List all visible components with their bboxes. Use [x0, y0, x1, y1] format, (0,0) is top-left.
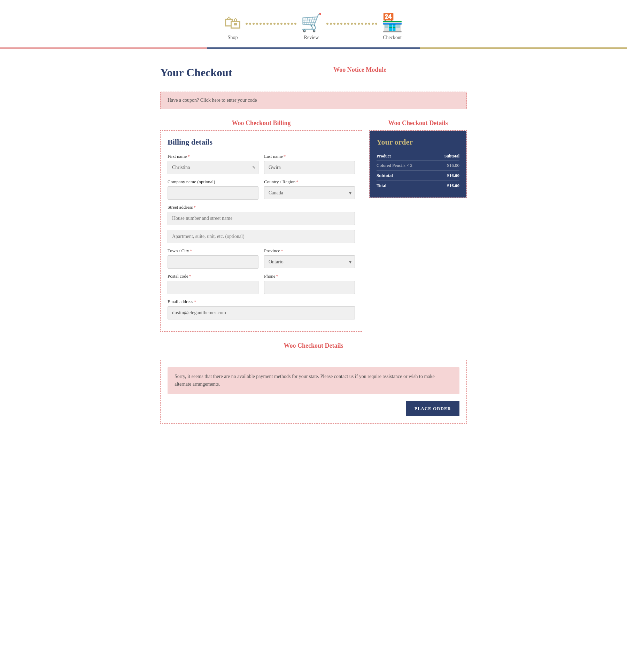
postal-phone-row: Postal code* Phone* [168, 273, 355, 294]
checkout-icon: 🏪 [381, 14, 403, 31]
first-name-input-wrapper: ✎ [168, 161, 258, 174]
postal-group: Postal code* [168, 273, 258, 294]
color-bar-segment-3 [420, 47, 627, 49]
province-label: Province* [264, 248, 355, 254]
place-order-row: PLACE ORDER [168, 401, 459, 416]
place-order-button[interactable]: PLACE ORDER [406, 401, 459, 416]
billing-module-header: Woo Checkout Billing [160, 119, 362, 127]
town-label: Town / City* [168, 248, 258, 254]
name-row: First name* ✎ Last name* [168, 154, 355, 174]
first-name-label: First name* [168, 154, 258, 159]
step-checkout-label: Checkout [383, 35, 402, 40]
country-select[interactable]: Canada [264, 186, 355, 199]
last-name-input[interactable] [264, 161, 355, 174]
postal-label: Postal code* [168, 273, 258, 279]
subtotal-row: Subtotal $16.00 [377, 171, 459, 181]
color-bar-segment-2 [207, 47, 420, 49]
subtotal-col-header: Subtotal [435, 152, 460, 161]
checkout-columns: Billing details First name* ✎ Last name* [160, 130, 467, 332]
last-name-group: Last name* [264, 154, 355, 174]
email-input[interactable] [168, 306, 355, 319]
apt-group [168, 230, 355, 243]
order-section: Your order Product Subtotal Colored Penc… [369, 130, 467, 198]
bottom-section: Sorry, it seems that there are no availa… [160, 360, 467, 424]
town-province-row: Town / City* Province* Ontario [168, 248, 355, 269]
shop-icon: 🛍 [224, 14, 241, 31]
country-group: Country / Region* Canada [264, 179, 355, 200]
step-checkout: 🏪 Checkout [381, 14, 403, 40]
email-label: Email address* [168, 299, 355, 304]
order-module-header: Woo Checkout Details [369, 119, 467, 127]
company-country-row: Company name (optional) Country / Region… [168, 179, 355, 200]
country-label: Country / Region* [264, 179, 355, 185]
company-group: Company name (optional) [168, 179, 258, 200]
total-value-cell: $16.00 [435, 181, 460, 191]
coupon-notice[interactable]: Have a coupon? Click here to enter your … [160, 92, 467, 109]
edit-icon: ✎ [252, 165, 256, 170]
product-name-cell: Colored Pencils × 2 [377, 161, 435, 171]
table-row: Colored Pencils × 2 $16.00 [377, 161, 459, 171]
phone-input[interactable] [264, 281, 355, 294]
town-group: Town / City* [168, 248, 258, 269]
order-title: Your order [377, 138, 459, 147]
payment-notice: Sorry, it seems that there are no availa… [168, 367, 459, 394]
email-group: Email address* [168, 299, 355, 319]
town-input[interactable] [168, 255, 258, 269]
first-name-input[interactable] [168, 161, 258, 174]
step-shop-label: Shop [228, 35, 238, 40]
apt-row [168, 230, 355, 243]
notice-module-header: Woo Notice Module [253, 66, 467, 74]
billing-section: Billing details First name* ✎ Last name* [160, 130, 362, 332]
bottom-module-header: Woo Checkout Details [160, 342, 467, 349]
color-bar-segment-1 [0, 47, 207, 49]
postal-input[interactable] [168, 281, 258, 294]
dots-2 [322, 23, 381, 25]
province-group: Province* Ontario [264, 248, 355, 269]
province-select-wrapper: Ontario [264, 255, 355, 268]
company-input[interactable] [168, 186, 258, 200]
color-bar [0, 47, 627, 49]
review-icon: 🛒 [301, 14, 322, 31]
step-review-label: Review [304, 35, 319, 40]
street-input[interactable] [168, 212, 355, 225]
total-label-cell: Total [377, 181, 435, 191]
last-name-label: Last name* [264, 154, 355, 159]
main-content: Your Checkout Woo Notice Module Have a c… [146, 59, 481, 445]
billing-title: Billing details [168, 138, 355, 147]
phone-group: Phone* [264, 273, 355, 294]
street-row: Street address* [168, 204, 355, 225]
step-review: 🛒 Review [301, 14, 322, 40]
total-row: Total $16.00 [377, 181, 459, 191]
order-box: Your order Product Subtotal Colored Penc… [370, 131, 466, 198]
first-name-group: First name* ✎ [168, 154, 258, 174]
apt-input[interactable] [168, 230, 355, 243]
phone-label: Phone* [264, 273, 355, 279]
product-col-header: Product [377, 152, 435, 161]
subtotal-label-cell: Subtotal [377, 171, 435, 181]
email-row: Email address* [168, 299, 355, 319]
street-group: Street address* [168, 204, 355, 225]
dots-1 [241, 23, 301, 25]
province-select[interactable]: Ontario [264, 255, 355, 268]
payment-notice-text: Sorry, it seems that there are no availa… [175, 373, 452, 388]
company-label: Company name (optional) [168, 179, 258, 185]
progress-bar: 🛍 Shop 🛒 Review 🏪 Checkout [0, 0, 627, 47]
street-label: Street address* [168, 204, 355, 210]
page-title: Your Checkout [160, 66, 232, 79]
order-table: Product Subtotal Colored Pencils × 2 $16… [377, 152, 459, 191]
country-select-wrapper: Canada [264, 186, 355, 199]
step-shop: 🛍 Shop [224, 14, 241, 40]
coupon-text: Have a coupon? Click here to enter your … [168, 98, 459, 103]
subtotal-value-cell: $16.00 [435, 171, 460, 181]
product-price-cell: $16.00 [435, 161, 460, 171]
